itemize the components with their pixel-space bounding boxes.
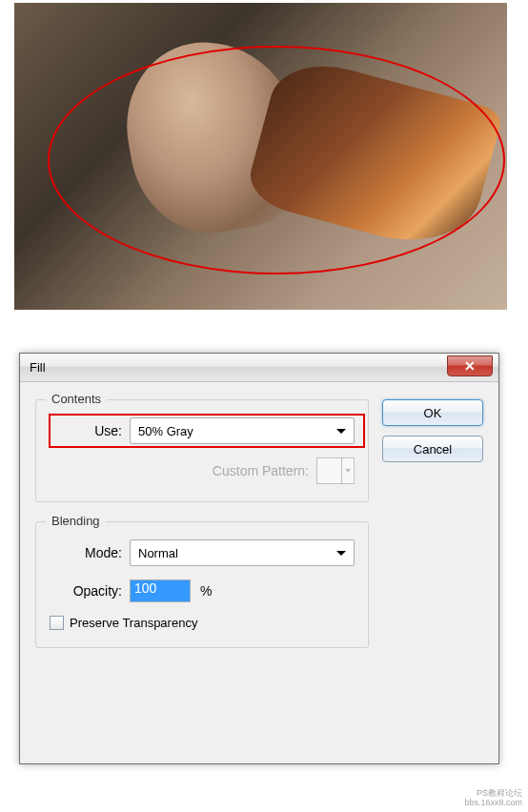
use-label: Use: bbox=[50, 423, 130, 438]
custom-pattern-label: Custom Pattern: bbox=[50, 463, 316, 478]
ok-button[interactable]: OK bbox=[382, 399, 483, 426]
right-column: OK Cancel bbox=[382, 399, 483, 667]
preserve-transparency-checkbox[interactable] bbox=[50, 616, 64, 630]
blending-legend: Blending bbox=[46, 514, 106, 528]
mode-value: Normal bbox=[138, 546, 178, 560]
left-column: Contents Use: 50% Gray Custom Pattern: bbox=[35, 399, 369, 667]
chevron-down-icon bbox=[342, 458, 354, 483]
mode-row: Mode: Normal bbox=[50, 539, 355, 566]
red-ellipse-annotation bbox=[48, 46, 505, 274]
preserve-row: Preserve Transparency bbox=[50, 616, 355, 630]
mode-label: Mode: bbox=[50, 545, 130, 560]
opacity-row: Opacity: 100 % bbox=[50, 579, 355, 602]
use-row: Use: 50% Gray bbox=[50, 417, 355, 444]
watermark: PS教程论坛 bbs.16xx8.com bbox=[464, 789, 522, 808]
watermark-line2: bbs.16xx8.com bbox=[464, 799, 522, 808]
contents-fieldset: Contents Use: 50% Gray Custom Pattern: bbox=[35, 399, 369, 502]
reference-image bbox=[14, 3, 507, 310]
close-button[interactable]: ✕ bbox=[447, 355, 493, 376]
titlebar: Fill ✕ bbox=[20, 354, 498, 382]
opacity-input[interactable]: 100 bbox=[130, 579, 191, 602]
cancel-button[interactable]: Cancel bbox=[382, 436, 483, 462]
custom-pattern-row: Custom Pattern: bbox=[50, 457, 355, 484]
cancel-label: Cancel bbox=[414, 442, 452, 457]
mode-dropdown[interactable]: Normal bbox=[130, 539, 355, 566]
opacity-unit: % bbox=[200, 583, 212, 599]
fill-dialog-wrapper: Fill ✕ Contents Use: 50% Gray bbox=[19, 353, 499, 764]
dialog-body: Contents Use: 50% Gray Custom Pattern: bbox=[20, 382, 498, 682]
close-icon: ✕ bbox=[464, 358, 476, 374]
custom-pattern-picker bbox=[316, 457, 355, 484]
preserve-label: Preserve Transparency bbox=[70, 616, 197, 630]
fill-dialog: Fill ✕ Contents Use: 50% Gray bbox=[19, 353, 499, 764]
ok-label: OK bbox=[424, 406, 442, 420]
use-dropdown[interactable]: 50% Gray bbox=[130, 417, 355, 444]
contents-legend: Contents bbox=[46, 392, 107, 406]
chevron-down-icon bbox=[336, 429, 346, 434]
chevron-down-icon bbox=[336, 551, 346, 556]
pattern-swatch-preview bbox=[317, 458, 342, 483]
blending-fieldset: Blending Mode: Normal Opacity: 100 bbox=[35, 521, 369, 648]
use-value: 50% Gray bbox=[138, 424, 193, 438]
dialog-title: Fill bbox=[30, 360, 46, 375]
opacity-value: 100 bbox=[134, 580, 156, 596]
opacity-label: Opacity: bbox=[50, 583, 130, 599]
